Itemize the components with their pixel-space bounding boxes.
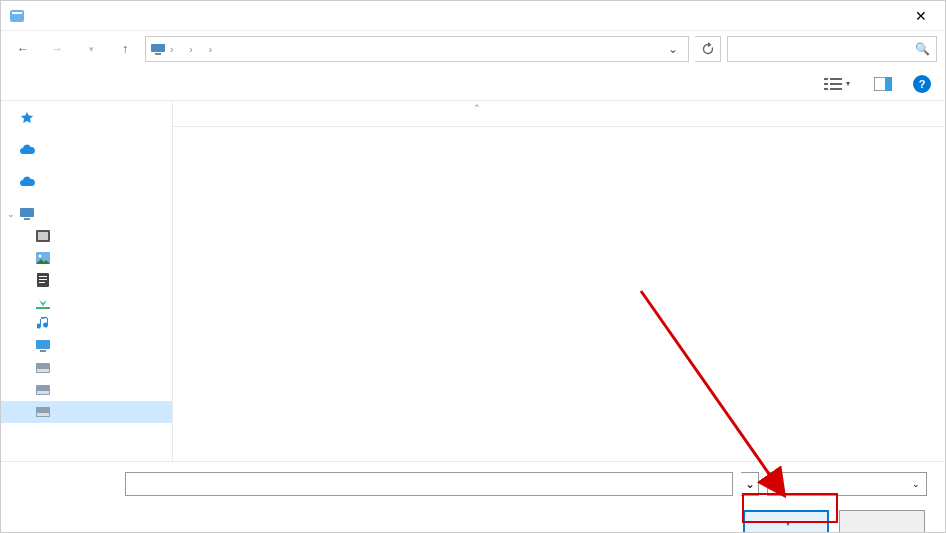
forward-button[interactable]: → xyxy=(43,35,71,63)
drive-icon xyxy=(35,360,51,376)
search-input[interactable] xyxy=(734,42,915,56)
up-button[interactable]: ↑ xyxy=(111,35,139,63)
sort-indicator-icon: ⌃ xyxy=(473,103,481,113)
close-icon[interactable]: ✕ xyxy=(905,4,937,28)
svg-rect-30 xyxy=(37,413,49,416)
chevron-down-icon: ▼ xyxy=(784,519,792,528)
file-filter-select[interactable]: ⌄ xyxy=(767,472,927,496)
open-button[interactable]: ▼ xyxy=(743,510,829,533)
sidebar-quick-access[interactable] xyxy=(1,107,172,129)
svg-rect-22 xyxy=(36,307,50,309)
sidebar-desktop[interactable] xyxy=(1,335,172,357)
back-button[interactable]: ← xyxy=(9,35,37,63)
svg-rect-21 xyxy=(39,282,45,283)
sidebar-pictures[interactable] xyxy=(1,247,172,269)
search-icon[interactable]: 🔍 xyxy=(915,42,930,56)
svg-rect-8 xyxy=(824,88,828,90)
documents-icon xyxy=(35,272,51,288)
chevron-right-icon: › xyxy=(168,44,175,55)
svg-rect-26 xyxy=(37,369,49,372)
chevron-down-icon[interactable]: ⌄ xyxy=(7,209,15,219)
filename-dropdown[interactable]: ⌄ xyxy=(741,472,759,496)
view-details-button[interactable]: ▾ xyxy=(821,73,853,95)
main-area: ⌄ xyxy=(1,101,945,461)
breadcrumb-leaf[interactable] xyxy=(197,47,205,51)
chevron-right-icon: › xyxy=(207,44,214,55)
drive-icon xyxy=(35,382,51,398)
svg-rect-6 xyxy=(824,83,828,85)
svg-rect-12 xyxy=(20,208,34,217)
file-list: ⌃ xyxy=(173,101,945,461)
sidebar-music[interactable] xyxy=(1,313,172,335)
downloads-icon xyxy=(35,294,51,310)
svg-rect-0 xyxy=(10,10,24,22)
recent-dropdown[interactable]: ▾ xyxy=(77,35,105,63)
preview-icon xyxy=(874,77,892,91)
svg-rect-24 xyxy=(40,350,46,352)
sidebar-wps[interactable] xyxy=(1,171,172,193)
svg-rect-7 xyxy=(830,83,842,85)
cloud-icon xyxy=(19,142,35,158)
svg-rect-3 xyxy=(155,53,161,55)
svg-rect-19 xyxy=(39,276,47,277)
sidebar-drive-e[interactable] xyxy=(1,401,172,423)
sidebar-drive-c[interactable] xyxy=(1,357,172,379)
sidebar-videos[interactable] xyxy=(1,225,172,247)
breadcrumb[interactable]: › › › ⌄ xyxy=(145,36,689,62)
column-headers: ⌃ xyxy=(173,101,945,127)
svg-rect-1 xyxy=(12,12,22,14)
svg-rect-4 xyxy=(824,78,828,80)
svg-rect-15 xyxy=(38,232,48,240)
desktop-icon xyxy=(35,338,51,354)
svg-point-17 xyxy=(39,255,42,258)
star-icon xyxy=(19,110,35,126)
breadcrumb-root[interactable] xyxy=(177,47,185,51)
sidebar-drive-d[interactable] xyxy=(1,379,172,401)
chevron-down-icon: ⌄ xyxy=(912,479,920,489)
video-icon xyxy=(35,228,51,244)
refresh-button[interactable] xyxy=(695,36,721,62)
chevron-right-icon: › xyxy=(187,44,194,55)
pc-icon xyxy=(150,43,166,55)
list-icon xyxy=(824,77,844,91)
cancel-button[interactable] xyxy=(839,510,925,533)
titlebar: ✕ xyxy=(1,1,945,31)
app-icon xyxy=(9,8,25,24)
cloud-icon xyxy=(19,174,35,190)
search-box[interactable]: 🔍 xyxy=(727,36,937,62)
svg-rect-2 xyxy=(151,44,165,52)
svg-rect-5 xyxy=(830,78,842,80)
svg-rect-23 xyxy=(36,340,50,349)
breadcrumb-dropdown[interactable]: ⌄ xyxy=(662,40,684,58)
sidebar-documents[interactable] xyxy=(1,269,172,291)
sidebar[interactable]: ⌄ xyxy=(1,101,173,461)
file-rows[interactable] xyxy=(173,127,945,461)
sidebar-this-pc[interactable]: ⌄ xyxy=(1,203,172,225)
sidebar-downloads[interactable] xyxy=(1,291,172,313)
dialog-footer: ⌄ ⌄ ▼ xyxy=(1,461,945,533)
drive-icon xyxy=(35,404,51,420)
svg-rect-13 xyxy=(24,218,30,220)
pc-icon xyxy=(19,206,35,222)
navbar: ← → ▾ ↑ › › › ⌄ 🔍 xyxy=(1,31,945,67)
sidebar-onedrive[interactable] xyxy=(1,139,172,161)
svg-rect-9 xyxy=(830,88,842,90)
music-icon xyxy=(35,316,51,332)
refresh-icon xyxy=(701,42,715,56)
svg-rect-28 xyxy=(37,391,49,394)
help-icon[interactable]: ? xyxy=(913,75,931,93)
pictures-icon xyxy=(35,250,51,266)
toolbar: ▾ ? xyxy=(1,67,945,101)
svg-rect-20 xyxy=(39,279,47,280)
svg-rect-11 xyxy=(885,77,892,91)
filename-input[interactable] xyxy=(125,472,733,496)
preview-pane-button[interactable] xyxy=(867,73,899,95)
